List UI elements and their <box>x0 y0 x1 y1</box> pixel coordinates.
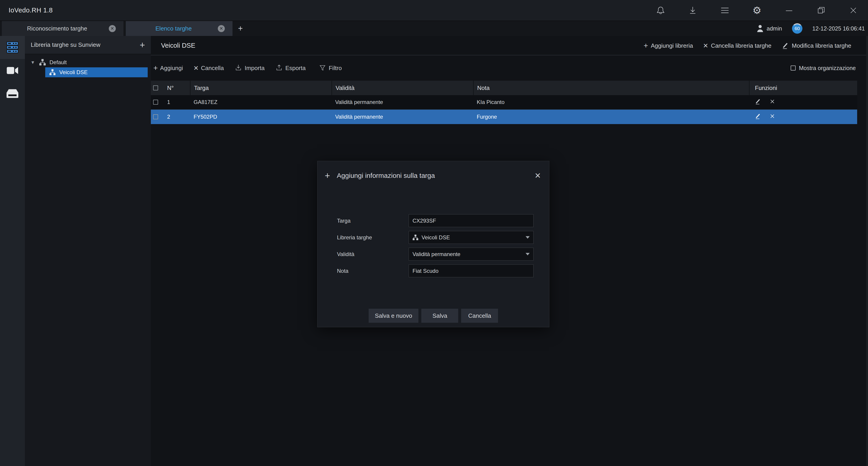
sidebar-item-storage[interactable] <box>0 82 25 105</box>
titlebar: IoVedo.RH 1.8 ⚙ <box>0 0 868 21</box>
x-icon: ✕ <box>703 42 708 49</box>
main-header: Veicoli DSE + Aggiungi libreria ✕ Cancel… <box>151 36 868 55</box>
delete-plate-button[interactable]: ✕ Cancella <box>193 64 224 72</box>
edit-row-icon[interactable] <box>754 113 761 121</box>
titlebar-icons: ⚙ <box>655 5 868 15</box>
current-user[interactable]: admin <box>757 25 782 32</box>
table-header-row: N° Targa Validità Nota Funzioni <box>151 81 857 95</box>
library-panel-title: Libreria targhe su Sunview <box>31 41 100 48</box>
restore-window-icon[interactable] <box>816 5 827 15</box>
nota-input[interactable] <box>409 264 533 277</box>
save-button[interactable]: Salva <box>421 309 458 323</box>
column-validita: Validità <box>332 81 473 95</box>
disk-drive-icon <box>6 89 19 99</box>
form-row-targa: Targa <box>317 214 549 227</box>
save-and-new-button[interactable]: Salva e nuovo <box>369 309 418 323</box>
plates-table: N° Targa Validità Nota Funzioni 1 GA817E… <box>151 81 857 124</box>
tab-bar: Riconoscimento targhe ✕ Elenco targhe ✕ … <box>0 21 868 36</box>
close-window-icon[interactable] <box>848 5 859 15</box>
library-tree: ▼ Default <box>25 54 151 77</box>
targa-input[interactable] <box>409 214 533 227</box>
filter-funnel-icon <box>319 64 327 72</box>
user-icon <box>757 25 764 32</box>
download-icon[interactable] <box>687 5 698 15</box>
column-n: N° <box>167 85 174 92</box>
library-panel: Libreria targhe su Sunview + ▼ Default <box>25 36 151 466</box>
filter-button[interactable]: Filtro <box>319 64 342 72</box>
cell-validita: Validità permanente <box>332 95 473 109</box>
edit-row-icon[interactable] <box>754 98 761 106</box>
add-plate-button[interactable]: + Aggiungi <box>153 65 183 72</box>
tree-node-default[interactable]: ▼ Default <box>25 57 151 67</box>
tree-node-label: Veicoli DSE <box>59 69 88 75</box>
camera-icon <box>6 66 19 75</box>
cell-nota: KIa Picanto <box>473 95 749 109</box>
column-targa: Targa <box>190 81 332 95</box>
plus-icon: + <box>153 65 158 71</box>
org-tree-icon <box>412 235 418 240</box>
chevron-down-icon <box>526 236 530 239</box>
library-panel-header: Libreria targhe su Sunview + <box>25 36 151 54</box>
cell-validita: Validità permanente <box>332 110 473 124</box>
tab-elenco-targhe[interactable]: Elenco targhe ✕ <box>126 21 232 36</box>
export-button[interactable]: Esporta <box>275 64 306 72</box>
delete-row-icon[interactable] <box>769 99 775 106</box>
tab-close-icon[interactable]: ✕ <box>109 25 116 32</box>
settings-gear-icon[interactable]: ⚙ <box>752 5 762 15</box>
datetime-display: 12-12-2025 16:06:41 <box>812 25 866 32</box>
show-organization-checkbox[interactable] <box>790 66 796 70</box>
username: admin <box>767 25 782 32</box>
row-checkbox[interactable] <box>153 114 158 119</box>
caret-down-icon[interactable]: ▼ <box>31 60 35 65</box>
field-label: Nota <box>337 268 409 274</box>
edit-library-button[interactable]: Modifica libreria targhe <box>781 42 851 49</box>
add-library-button[interactable]: + Aggiungi libreria <box>644 42 693 49</box>
dialog-close-icon[interactable]: ✕ <box>535 171 541 180</box>
row-number: 2 <box>167 114 170 120</box>
tab-close-icon[interactable]: ✕ <box>218 25 225 32</box>
validita-select[interactable]: Validità permanente <box>409 248 533 261</box>
cancel-button[interactable]: Cancella <box>461 309 498 323</box>
add-plate-dialog: + Aggiungi informazioni sulla targa ✕ Ta… <box>317 161 549 327</box>
cell-targa: FY502PD <box>190 110 332 124</box>
usage-gauge[interactable]: 60 <box>792 23 802 34</box>
tree-node-veicoli-dse[interactable]: Veicoli DSE <box>45 67 148 77</box>
row-checkbox[interactable] <box>153 100 158 105</box>
org-tree-icon <box>49 69 56 75</box>
app-window: IoVedo.RH 1.8 ⚙ <box>0 0 868 466</box>
show-organization-label: Mostra organizzazione <box>799 65 856 71</box>
sidebar-item-plate-library[interactable] <box>0 36 25 59</box>
form-row-nota: Nota <box>317 264 549 277</box>
libreria-select[interactable]: Veicoli DSE <box>409 231 533 244</box>
org-tree-icon <box>39 59 46 66</box>
delete-library-button[interactable]: ✕ Cancella libreria targhe <box>703 42 771 49</box>
app-title: IoVedo.RH 1.8 <box>9 6 53 14</box>
cell-nota: Furgone <box>473 110 749 124</box>
scrollbar-track[interactable] <box>866 36 868 466</box>
table-row-selected[interactable]: 2 FY502PD Validità permanente Furgone <box>151 110 857 124</box>
dialog-title: Aggiungi informazioni sulla targa <box>337 172 435 179</box>
menu-icon[interactable] <box>720 5 730 15</box>
dialog-form: Targa Libreria targhe Veicoli DSE <box>317 214 549 281</box>
delete-row-icon[interactable] <box>769 113 775 121</box>
chevron-down-icon <box>526 253 530 255</box>
tab-label: Elenco targhe <box>133 25 214 32</box>
column-funzioni: Funzioni <box>749 81 857 95</box>
form-row-libreria: Libreria targhe Veicoli DSE <box>317 231 549 244</box>
minimize-icon[interactable] <box>784 5 794 15</box>
edit-pencil-icon <box>781 42 789 49</box>
plate-library-icon <box>6 41 19 54</box>
add-tab-button[interactable]: + <box>232 21 248 36</box>
show-organization-toggle[interactable]: Mostra organizzazione <box>790 65 856 71</box>
tab-riconoscimento-targhe[interactable]: Riconoscimento targhe ✕ <box>2 21 123 36</box>
sidebar-item-cameras[interactable] <box>0 59 25 82</box>
select-all-checkbox[interactable] <box>153 86 158 90</box>
dialog-header: + Aggiungi informazioni sulla targa ✕ <box>317 161 549 180</box>
cell-targa: GA817EZ <box>190 95 332 109</box>
row-number: 1 <box>167 99 170 105</box>
tree-node-label: Default <box>50 59 67 66</box>
import-button[interactable]: Importa <box>234 64 265 72</box>
table-row[interactable]: 1 GA817EZ Validità permanente KIa Picant… <box>151 95 857 110</box>
add-library-plus-icon[interactable]: + <box>140 41 145 48</box>
notifications-bell-icon[interactable] <box>655 5 666 15</box>
